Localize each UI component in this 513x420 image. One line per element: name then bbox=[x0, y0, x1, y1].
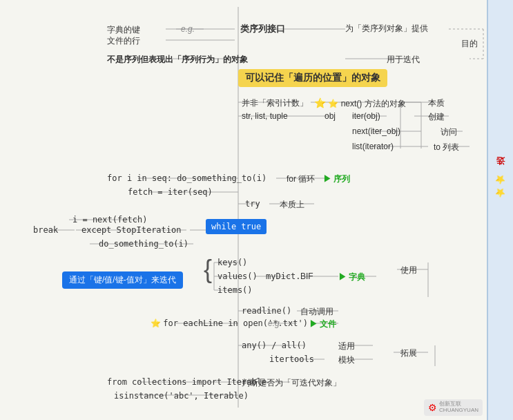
sequence-label: ▶ 序列 bbox=[323, 173, 350, 185]
module-label: 模块 bbox=[338, 354, 355, 366]
left-brace: { bbox=[204, 257, 212, 282]
list-iterator: list(iterator) bbox=[352, 142, 394, 151]
use-label: 使用 bbox=[400, 265, 417, 276]
to-list-label: to 列表 bbox=[434, 142, 459, 153]
next-method-object: ⭐ ⭐ next() 方法的对象 bbox=[314, 97, 406, 110]
watermark: ⚙ 创新互联CHUANGYUAN bbox=[424, 399, 483, 416]
applicable-label: 适用 bbox=[338, 341, 355, 352]
not-seq-label: 不是序列但表现出「序列行为」的对象 bbox=[107, 54, 248, 66]
fetch-iter: fetch = iter(seq) bbox=[128, 187, 213, 197]
auto-call-label: 自动调用 bbox=[300, 306, 333, 318]
try-label: try bbox=[245, 199, 260, 209]
right-panel: ⭐ ⭐ 选 bbox=[487, 0, 513, 420]
can-remember-box: 可以记住「遍历的位置」的对象 bbox=[238, 69, 387, 87]
readline-label: readline() bbox=[242, 306, 291, 316]
break-label: break bbox=[33, 225, 58, 235]
i-next-fetch: i = next(fetch) bbox=[72, 215, 147, 225]
essentially-label: 本质上 bbox=[280, 199, 304, 211]
for-i-in-seq: for i in seq: do_something_to(i) bbox=[107, 173, 267, 183]
file-row-label: 文件的行 bbox=[107, 35, 140, 47]
isinstance-label: isinstance('abc', Iterable) bbox=[114, 391, 249, 401]
for-loop-label: for 循环 bbox=[287, 173, 315, 185]
values-label: values() bbox=[217, 271, 258, 281]
for-iteration-label: 用于迭代 bbox=[387, 54, 420, 66]
items-label: items() bbox=[217, 285, 253, 295]
obj-label: obj bbox=[325, 111, 336, 121]
create-label: 创建 bbox=[428, 111, 445, 123]
iter-obj-label: iter(obj) bbox=[352, 111, 380, 121]
eg-file-label: e.g. bbox=[268, 318, 282, 328]
any-all-label: any() / all() bbox=[242, 341, 307, 350]
eg-label-top: e.g. bbox=[181, 24, 195, 34]
str-list-tuple: str, list, tuple bbox=[242, 111, 288, 121]
keys-label: keys() bbox=[217, 258, 247, 267]
provide-for-label: 为「类序列对象」提供 bbox=[345, 23, 428, 35]
judge-label: 判断是否为「可迭代对象」 bbox=[242, 377, 341, 389]
itertools-label: itertools bbox=[269, 354, 314, 364]
while-true-box: while true bbox=[206, 219, 267, 234]
file-arrow-label: ▶ 文件 bbox=[309, 318, 336, 330]
do-something: do_something_to(i) bbox=[99, 239, 188, 249]
essence-label: 本质 bbox=[428, 97, 445, 109]
next-iter-obj: next(iter_obj) bbox=[352, 126, 400, 136]
except-stop: except StopIteration bbox=[81, 225, 182, 235]
select-panel-label: ⭐ ⭐ 选 bbox=[495, 173, 507, 198]
mydict-label: myDict. bbox=[266, 271, 301, 281]
bif-label: BIF bbox=[300, 271, 313, 281]
dict-key-label: 字典的键 bbox=[107, 24, 140, 36]
expand-label: 拓展 bbox=[400, 347, 417, 359]
for-eachline: ⭐ for eachLine in open('*.txt') bbox=[151, 318, 308, 328]
not-index-count: 并非「索引计数」 bbox=[242, 97, 308, 109]
sequential-interface: 类序列接口 bbox=[240, 23, 285, 35]
dict-arrow-label: ▶ 字典 bbox=[338, 271, 365, 283]
purpose-label: 目的 bbox=[461, 38, 478, 50]
through-kv-box: 通过「键/值/键-值对」来迭代 bbox=[62, 271, 183, 289]
access-label: 访问 bbox=[441, 126, 457, 138]
